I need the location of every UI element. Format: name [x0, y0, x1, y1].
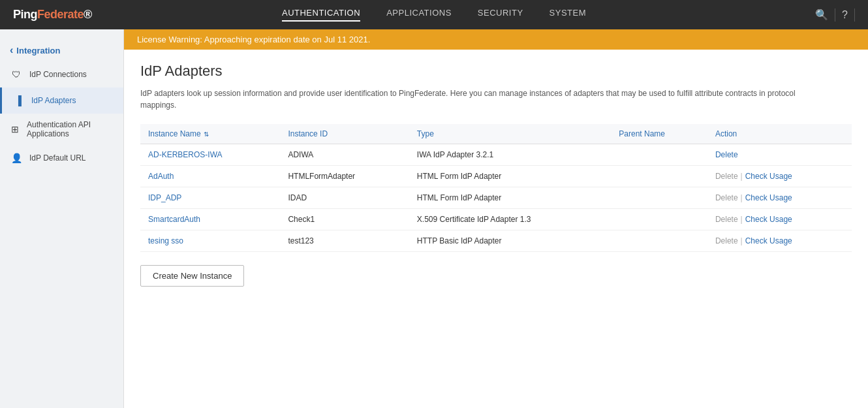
row1-action: Delete	[707, 144, 852, 166]
row5-type: HTTP Basic IdP Adapter	[409, 230, 611, 252]
nav-security[interactable]: SECURITY	[478, 8, 523, 22]
row3-parent-name	[611, 187, 707, 209]
row4-instance-name-link[interactable]: SmartcardAuth	[148, 215, 200, 224]
row3-instance-name-link[interactable]: IDP_ADP	[148, 193, 181, 202]
th-action: Action	[707, 124, 852, 144]
row1-delete-link[interactable]: Delete	[715, 150, 738, 159]
row2-instance-id: HTMLFormAdapter	[280, 166, 409, 187]
shield-icon: 🛡	[10, 68, 23, 81]
table-row: IDP_ADP IDAD HTML Form IdP Adapter Delet…	[140, 187, 852, 209]
row3-sep: |	[741, 193, 743, 202]
row4-instance-id: Check1	[280, 209, 409, 230]
sidebar-label-idp-connections: IdP Connections	[29, 70, 87, 79]
nav-divider-2	[854, 8, 855, 22]
sidebar-item-idp-default-url[interactable]: 👤 IdP Default URL	[0, 145, 123, 171]
row5-instance-id: test123	[280, 230, 409, 252]
row5-parent-name	[611, 230, 707, 252]
th-instance-id: Instance ID	[280, 124, 409, 144]
sidebar-item-auth-api[interactable]: ⊞ Authentication API Applications	[0, 114, 123, 145]
row4-type: X.509 Certificate IdP Adapter 1.3	[409, 209, 611, 230]
adapter-icon: ▐	[12, 94, 25, 107]
th-type: Type	[409, 124, 611, 144]
nav-applications[interactable]: APPLICATIONS	[386, 8, 452, 22]
nav-authentication[interactable]: AUTHENTICATION	[282, 8, 360, 22]
row2-parent-name	[611, 166, 707, 187]
th-instance-name[interactable]: Instance Name ⇅	[140, 124, 280, 144]
table-header-row: Instance Name ⇅ Instance ID Type Parent …	[140, 124, 852, 144]
nav-divider	[835, 8, 835, 22]
page-description: IdP adapters look up session information…	[140, 87, 826, 111]
row2-sep: |	[741, 172, 743, 181]
nav-links: AUTHENTICATION APPLICATIONS SECURITY SYS…	[282, 8, 586, 22]
row4-check-usage-link[interactable]: Check Usage	[745, 215, 792, 224]
row2-action: Delete | Check Usage	[707, 166, 852, 187]
table-row: AD-KERBEROS-IWA ADIWA IWA IdP Adapter 3.…	[140, 144, 852, 166]
row1-instance-id: ADIWA	[280, 144, 409, 166]
row4-delete-link: Delete	[715, 215, 738, 224]
row5-action: Delete | Check Usage	[707, 230, 852, 252]
row4-parent-name	[611, 209, 707, 230]
sidebar-icons: 🛡 IdP Connections ▐ IdP Adapters ⊞ Authe…	[0, 61, 123, 171]
row3-action: Delete | Check Usage	[707, 187, 852, 209]
sidebar-item-idp-connections[interactable]: 🛡 IdP Connections	[0, 61, 123, 87]
row3-delete-link: Delete	[715, 193, 738, 202]
row3-action-links: Delete | Check Usage	[715, 193, 844, 202]
sidebar-label-auth-api: Authentication API Applications	[27, 120, 114, 138]
search-icon[interactable]: 🔍	[815, 8, 828, 21]
sidebar: Integration 🛡 IdP Connections ▐ IdP Adap…	[0, 29, 124, 408]
row5-action-links: Delete | Check Usage	[715, 236, 844, 245]
sidebar-label-idp-adapters: IdP Adapters	[31, 96, 76, 105]
layout: Integration 🛡 IdP Connections ▐ IdP Adap…	[0, 29, 868, 408]
page-title: IdP Adapters	[140, 63, 852, 80]
row1-instance-name-link[interactable]: AD-KERBEROS-IWA	[148, 150, 223, 159]
grid-icon: ⊞	[10, 123, 20, 136]
th-parent-name: Parent Name	[611, 124, 707, 144]
row5-check-usage-link[interactable]: Check Usage	[745, 236, 792, 245]
row1-type: IWA IdP Adapter 3.2.1	[409, 144, 611, 166]
row2-type: HTML Form IdP Adapter	[409, 166, 611, 187]
sidebar-back[interactable]: Integration	[0, 39, 123, 61]
row5-sep: |	[741, 236, 743, 245]
row2-instance-name-link[interactable]: AdAuth	[148, 172, 174, 181]
content-body: IdP Adapters IdP adapters look up sessio…	[124, 50, 868, 300]
row2-action-links: Delete | Check Usage	[715, 172, 844, 181]
row1-action-links: Delete	[715, 150, 844, 159]
main-content: License Warning: Approaching expiration …	[124, 29, 868, 408]
row4-action: Delete | Check Usage	[707, 209, 852, 230]
user-icon: 👤	[10, 151, 23, 165]
row3-type: HTML Form IdP Adapter	[409, 187, 611, 209]
top-nav: PingFederate® AUTHENTICATION APPLICATION…	[0, 0, 868, 29]
license-warning: License Warning: Approaching expiration …	[124, 29, 868, 50]
row2-instance-name: AdAuth	[140, 166, 280, 187]
row4-instance-name: SmartcardAuth	[140, 209, 280, 230]
row4-action-links: Delete | Check Usage	[715, 215, 844, 224]
row5-delete-link: Delete	[715, 236, 738, 245]
sidebar-item-idp-adapters[interactable]: ▐ IdP Adapters	[0, 87, 123, 114]
table-row: tesing sso test123 HTTP Basic IdP Adapte…	[140, 230, 852, 252]
row3-check-usage-link[interactable]: Check Usage	[745, 193, 792, 202]
row1-parent-name	[611, 144, 707, 166]
row3-instance-name: IDP_ADP	[140, 187, 280, 209]
row1-instance-name: AD-KERBEROS-IWA	[140, 144, 280, 166]
create-new-instance-button[interactable]: Create New Instance	[140, 265, 244, 287]
row5-instance-name: tesing sso	[140, 230, 280, 252]
table-body: AD-KERBEROS-IWA ADIWA IWA IdP Adapter 3.…	[140, 144, 852, 252]
row5-instance-name-link[interactable]: tesing sso	[148, 236, 183, 245]
adapter-table: Instance Name ⇅ Instance ID Type Parent …	[140, 124, 852, 252]
row4-sep: |	[741, 215, 743, 224]
sidebar-label-idp-default-url: IdP Default URL	[29, 153, 86, 163]
table-row: SmartcardAuth Check1 X.509 Certificate I…	[140, 209, 852, 230]
table-row: AdAuth HTMLFormAdapter HTML Form IdP Ada…	[140, 166, 852, 187]
nav-system[interactable]: SYSTEM	[550, 8, 586, 22]
sort-icon: ⇅	[204, 131, 209, 138]
nav-right: 🔍 ?	[815, 8, 855, 22]
row2-delete-link: Delete	[715, 172, 738, 181]
help-icon[interactable]: ?	[842, 9, 848, 21]
row3-instance-id: IDAD	[280, 187, 409, 209]
th-instance-name-label: Instance Name	[148, 129, 201, 138]
table-header: Instance Name ⇅ Instance ID Type Parent …	[140, 124, 852, 144]
row2-check-usage-link[interactable]: Check Usage	[745, 172, 792, 181]
logo: PingFederate®	[13, 8, 92, 22]
